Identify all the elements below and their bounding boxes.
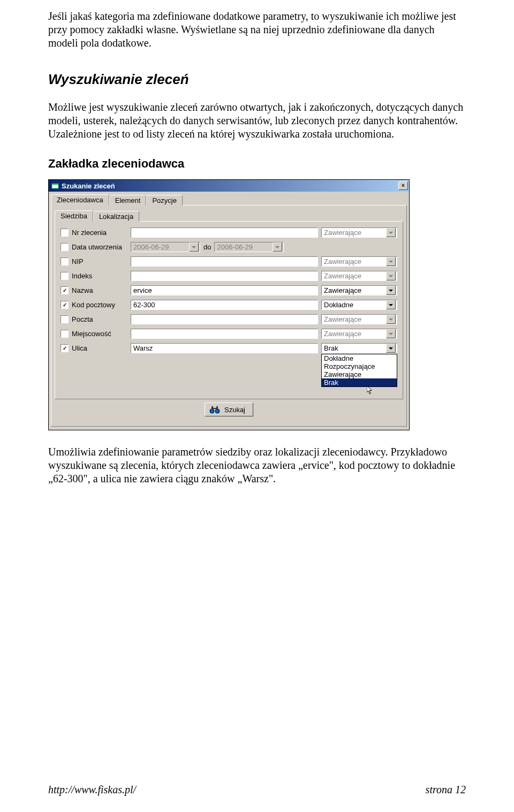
checkbox-nazwa[interactable]: ✓ <box>61 286 69 294</box>
search-button[interactable]: Szukaj <box>205 403 253 416</box>
option-rozpoczynajace[interactable]: Rozpoczynające <box>322 362 397 370</box>
checkbox-data-utworzenia[interactable] <box>61 243 69 251</box>
checkbox-miejscowosc[interactable] <box>61 330 69 338</box>
match-nr-zlecenia[interactable]: Zawierające <box>321 227 397 238</box>
input-poczta[interactable] <box>131 314 318 324</box>
chevron-down-icon <box>386 344 396 353</box>
tab-lokalizacja[interactable]: Lokalizacja <box>93 211 139 222</box>
match-kod-pocztowy[interactable]: Dokładne <box>321 300 397 310</box>
match-nazwa-value: Zawierające <box>324 286 361 294</box>
svg-point-3 <box>215 409 220 413</box>
label-poczta: Poczta <box>72 315 131 323</box>
top-tab-body: Siedziba Lokalizacja Nr zlecenia Zawiera… <box>51 205 407 427</box>
close-button[interactable]: × <box>398 181 408 190</box>
option-brak[interactable]: Brak <box>322 378 397 386</box>
match-miejscowosc-value: Zawierające <box>324 330 361 338</box>
intro-paragraph: Jeśli jakaś kategoria ma zdefiniowane do… <box>48 10 466 50</box>
input-nip[interactable] <box>131 256 318 267</box>
row-data-utworzenia: Data utworzenia 2006-06-29 do 2006-06-29 <box>61 241 397 253</box>
match-poczta-value: Zawierające <box>324 315 361 323</box>
svg-rect-6 <box>213 408 216 409</box>
label-do: do <box>203 243 211 251</box>
footer-url: http://www.fiskas.pl/ <box>48 784 136 796</box>
page-footer: http://www.fiskas.pl/ strona 12 <box>48 784 466 796</box>
input-indeks[interactable] <box>131 271 318 281</box>
row-nr-zlecenia: Nr zlecenia Zawierające <box>61 227 397 238</box>
chevron-down-icon <box>386 315 396 324</box>
body-paragraph-2: Umożliwia zdefiniowanie parametrów siedz… <box>48 445 466 485</box>
match-miejscowosc[interactable]: Zawierające <box>321 329 397 339</box>
row-nazwa: ✓ Nazwa Zawierające <box>61 285 397 296</box>
checkbox-poczta[interactable] <box>61 315 69 323</box>
checkbox-kod-pocztowy[interactable]: ✓ <box>61 301 69 309</box>
search-button-row: Szukaj <box>55 399 403 421</box>
label-nazwa: Nazwa <box>72 286 131 294</box>
inner-tab-body: Nr zlecenia Zawierające Data utworzenia … <box>55 221 403 399</box>
match-poczta[interactable]: Zawierające <box>321 314 397 324</box>
input-nazwa[interactable] <box>131 285 318 295</box>
tab-element[interactable]: Element <box>109 195 147 206</box>
chevron-down-icon <box>189 242 199 252</box>
match-indeks[interactable]: Zawierające <box>321 271 397 281</box>
heading-wyszukiwanie-zlecen: Wyszukiwanie zleceń <box>48 71 466 88</box>
label-nip: NIP <box>72 257 131 265</box>
match-ulica-dropdown: Dokładne Rozpoczynające Zawierające Brak <box>321 354 397 387</box>
row-miejscowosc: Miejscowość Zawierające <box>61 328 397 339</box>
label-nr-zlecenia: Nr zlecenia <box>72 229 131 237</box>
checkbox-nip[interactable] <box>61 257 69 265</box>
label-ulica: Ulica <box>72 344 131 352</box>
chevron-down-icon <box>386 228 396 237</box>
inner-tab-row: Siedziba Lokalizacja <box>55 209 403 221</box>
date-from[interactable]: 2006-06-29 <box>131 242 200 252</box>
date-from-value: 2006-06-29 <box>133 243 169 251</box>
match-indeks-value: Zawierające <box>324 272 361 280</box>
row-kod-pocztowy: ✓ Kod pocztowy Dokładne <box>61 299 397 310</box>
label-miejscowosc: Miejscowość <box>72 330 131 338</box>
checkbox-indeks[interactable] <box>61 272 69 280</box>
option-zawierajace[interactable]: Zawierające <box>322 370 397 378</box>
body-paragraph-1: Możliwe jest wyszukiwanie zleceń zarówno… <box>48 101 466 141</box>
row-nip: NIP Zawierające <box>61 256 397 267</box>
option-dokladne[interactable]: Dokładne <box>322 354 397 362</box>
chevron-down-icon <box>386 329 396 338</box>
tab-siedziba[interactable]: Siedziba <box>55 210 93 222</box>
footer-page: strona 12 <box>426 784 466 796</box>
match-ulica[interactable]: Brak Dokładne Rozpoczynające Zawierające… <box>321 343 397 353</box>
app-icon <box>51 181 59 190</box>
label-indeks: Indeks <box>72 272 131 280</box>
svg-rect-1 <box>52 184 58 185</box>
date-to-value: 2006-06-29 <box>217 243 253 251</box>
search-dialog: Szukanie zleceń × Zleceniodawca Element … <box>48 179 410 430</box>
chevron-down-icon <box>273 242 282 252</box>
heading-zakladka-zleceniodawca: Zakładka zleceniodawca <box>48 157 466 171</box>
chevron-down-icon <box>386 286 396 295</box>
date-to[interactable]: 2006-06-29 <box>214 242 284 252</box>
chevron-down-icon <box>386 271 396 280</box>
tab-zleceniodawca[interactable]: Zleceniodawca <box>51 194 109 206</box>
match-nip[interactable]: Zawierające <box>321 256 397 267</box>
input-ulica[interactable] <box>131 343 318 353</box>
tab-pozycje[interactable]: Pozycje <box>146 195 183 206</box>
svg-rect-5 <box>216 406 218 409</box>
binoculars-icon <box>209 405 220 414</box>
row-indeks: Indeks Zawierające <box>61 270 397 282</box>
label-kod-pocztowy: Kod pocztowy <box>72 301 131 309</box>
input-miejscowosc[interactable] <box>131 329 318 339</box>
svg-rect-4 <box>211 406 213 409</box>
chevron-down-icon <box>386 300 396 309</box>
input-nr-zlecenia[interactable] <box>131 227 318 238</box>
match-nazwa[interactable]: Zawierające <box>321 285 397 295</box>
row-poczta: Poczta Zawierające <box>61 314 397 325</box>
match-kod-pocztowy-value: Dokładne <box>324 301 353 309</box>
row-ulica: ✓ Ulica Brak Dokładne Rozpoczynające Zaw… <box>61 343 397 354</box>
match-nr-zlecenia-value: Zawierające <box>324 229 361 237</box>
match-nip-value: Zawierające <box>324 257 361 265</box>
checkbox-ulica[interactable]: ✓ <box>61 344 69 352</box>
match-ulica-value: Brak <box>324 344 338 352</box>
top-tab-row: Zleceniodawca Element Pozycje <box>49 192 409 205</box>
checkbox-nr-zlecenia[interactable] <box>61 229 69 237</box>
search-button-label: Szukaj <box>224 406 245 414</box>
titlebar[interactable]: Szukanie zleceń × <box>49 180 409 192</box>
input-kod-pocztowy[interactable] <box>131 300 318 310</box>
label-data-utworzenia: Data utworzenia <box>72 243 131 251</box>
